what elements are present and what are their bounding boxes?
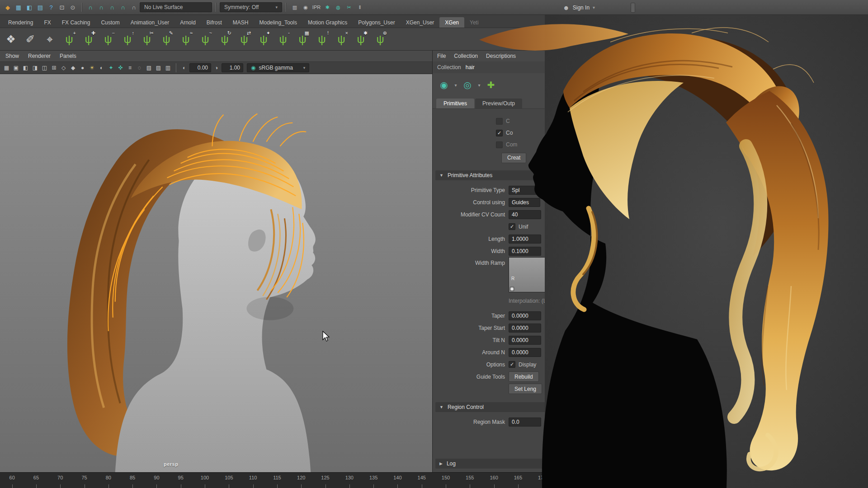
taper-start-slider[interactable]	[546, 327, 641, 328]
perspective-viewport[interactable]: persp	[0, 74, 432, 472]
xgen-menu-item[interactable]: File	[437, 53, 446, 59]
primitive-visibility-icon[interactable]: ◎	[461, 78, 474, 92]
isolate-select-icon[interactable]: ◌	[135, 63, 144, 72]
image-plane-icon[interactable]: ⊞	[50, 63, 58, 72]
grid-layout-icon[interactable]: ▦	[14, 2, 24, 12]
shelf-tab[interactable]: Bifrost	[201, 17, 227, 28]
make-live-icon[interactable]: ∩	[129, 2, 139, 12]
motion-blur-icon[interactable]: ✜	[116, 63, 125, 72]
viewport-menu-item[interactable]: Show	[5, 53, 19, 59]
viewport-menu-item[interactable]: Renderer	[28, 53, 51, 59]
width-ramp-widget[interactable]: R	[509, 257, 554, 292]
display-rendering-icon[interactable]: ◍	[333, 2, 343, 12]
xgen-menu-item[interactable]: Collection	[454, 53, 478, 59]
guide-visibility-icon[interactable]: ◉	[437, 78, 451, 92]
selection-gizmo-icon[interactable]: ◆	[3, 2, 13, 12]
display-checkbox[interactable]: ✓	[509, 361, 515, 368]
sequence-render-icon[interactable]: ✂	[344, 2, 354, 12]
outliner-pane-icon[interactable]: ▤	[35, 2, 45, 12]
xgen-wave-modifier-icon[interactable]: ψ ~	[196, 30, 214, 49]
add-collection-icon[interactable]: ✚	[484, 78, 498, 92]
shelf-tab[interactable]: FX	[38, 17, 56, 28]
textured-mode-icon[interactable]: ●	[78, 63, 87, 72]
shelf-tab[interactable]: Motion Graphics	[302, 17, 353, 28]
slider-handle[interactable]	[547, 337, 551, 343]
resolution-gate-icon[interactable]: ▥	[164, 63, 172, 72]
xgen-sculpt-guides-icon[interactable]: ψ ✎	[157, 30, 175, 49]
view-layouts-icon[interactable]: ▦	[2, 63, 11, 72]
live-surface-field[interactable]: No Live Surface	[140, 2, 212, 12]
uniform-cv-checkbox[interactable]: ✓	[509, 223, 515, 230]
shelf-tab[interactable]: XGen_User	[401, 17, 440, 28]
around-slider[interactable]	[546, 352, 641, 353]
lock-camera-icon[interactable]: ◧	[21, 63, 30, 72]
snap-to-grid-icon[interactable]: ∩	[85, 2, 95, 12]
xgen-remove-guide-icon[interactable]: ψ −	[99, 30, 117, 49]
chevron-down-icon[interactable]: ▾	[476, 78, 482, 92]
open-render-view-icon[interactable]: ▥	[290, 2, 300, 12]
highlight-selection-icon[interactable]: ⊙	[68, 2, 78, 12]
slider-handle[interactable]	[547, 236, 551, 242]
exposure-field[interactable]: 0.00	[189, 63, 211, 72]
option-checkbox[interactable]	[496, 141, 503, 148]
xgen-clear-preview-icon[interactable]: ψ ×	[332, 30, 350, 49]
workspace-control-grip[interactable]	[631, 3, 635, 13]
ipr-render-icon[interactable]: IPR	[311, 2, 321, 12]
xgen-modifier-icon[interactable]: ψ ✱	[352, 30, 370, 49]
taper-field[interactable]: 0.0000	[509, 311, 541, 320]
length-slider[interactable]	[546, 238, 641, 239]
taper-slider[interactable]	[546, 315, 641, 316]
gamma-field[interactable]: 1.00	[222, 63, 243, 72]
slider-handle[interactable]	[547, 349, 551, 355]
xgen-update-preview-icon[interactable]: ψ ↻	[216, 30, 234, 49]
xgen-density-brush-icon[interactable]: ψ ◦	[274, 30, 292, 49]
tilt-field[interactable]: 0.0000	[509, 336, 541, 345]
snap-to-point-icon[interactable]: ∩	[107, 2, 117, 12]
xgen-tab[interactable]: Preview/Outp	[475, 99, 522, 108]
width-field[interactable]: 0.1000	[509, 247, 541, 256]
render-current-frame-icon[interactable]: ◉	[301, 2, 311, 12]
xgen-menu-item[interactable]: Descriptions	[486, 53, 516, 59]
snap-to-view-plane-icon[interactable]: ∩	[118, 2, 128, 12]
shelf-marker-tool-icon[interactable]: ❖	[2, 30, 20, 49]
taper-start-field[interactable]: 0.0000	[509, 324, 541, 333]
set-length-button[interactable]: Set Leng	[509, 384, 542, 394]
symmetry-dropdown[interactable]: Symmetry: Off ▾	[220, 2, 282, 12]
xray-icon[interactable]: ▧	[145, 63, 153, 72]
control-using-dropdown[interactable]: Guides	[509, 198, 540, 207]
xgen-tab[interactable]: Primitives	[436, 99, 474, 108]
tilt-slider[interactable]	[546, 339, 641, 341]
single-pane-icon[interactable]: ◧	[24, 2, 34, 12]
xgen-length-brush-icon[interactable]: ψ ↑	[118, 30, 137, 49]
primitive-attributes-section-header[interactable]: ▼ Primitive Attributes	[435, 170, 865, 180]
backface-icon[interactable]: ▨	[154, 63, 163, 72]
create-button[interactable]: Creat	[501, 153, 526, 163]
lighting-icon[interactable]: ☀	[88, 63, 96, 72]
wireframe-mode-icon[interactable]: ◇	[59, 63, 68, 72]
width-slider[interactable]	[546, 250, 641, 252]
around-field[interactable]: 0.0000	[509, 348, 541, 357]
region-control-section-header[interactable]: ▼ Region Control	[435, 402, 865, 412]
shaded-mode-icon[interactable]: ◆	[69, 63, 77, 72]
viewport-menu-item[interactable]: Panels	[60, 53, 76, 59]
slider-handle[interactable]	[547, 325, 551, 331]
camera-attributes-icon[interactable]: ◨	[31, 63, 39, 72]
rebuild-button[interactable]: Rebuild	[509, 371, 539, 382]
slider-handle[interactable]	[547, 248, 551, 254]
snap-to-curve-icon[interactable]: ∩	[96, 2, 106, 12]
pause-viewport-icon[interactable]: ‖	[355, 2, 365, 12]
shelf-pencil-tool-icon[interactable]: ✐	[21, 30, 39, 49]
shadows-icon[interactable]: ◐	[97, 63, 106, 72]
view-transform-dropdown[interactable]: ◉ sRGB gamma ▾	[247, 63, 309, 72]
region-mask-field[interactable]: 0.0	[509, 418, 541, 427]
shelf-tab[interactable]: Yeti	[464, 17, 484, 28]
xgen-guide-warning-icon[interactable]: ψ !	[313, 30, 331, 49]
collection-value[interactable]: hair	[466, 64, 475, 70]
shelf-tab[interactable]: Modeling_Tools	[254, 17, 302, 28]
shelf-tab[interactable]: Animation_User	[125, 17, 175, 28]
shelf-target-tool-icon[interactable]: ⌖	[41, 30, 59, 49]
xgen-highlight-icon[interactable]: ψ ✦	[255, 30, 273, 49]
option-checkbox[interactable]	[496, 118, 503, 125]
slider-handle[interactable]	[547, 313, 551, 319]
render-settings-icon[interactable]: ✱	[322, 2, 332, 12]
